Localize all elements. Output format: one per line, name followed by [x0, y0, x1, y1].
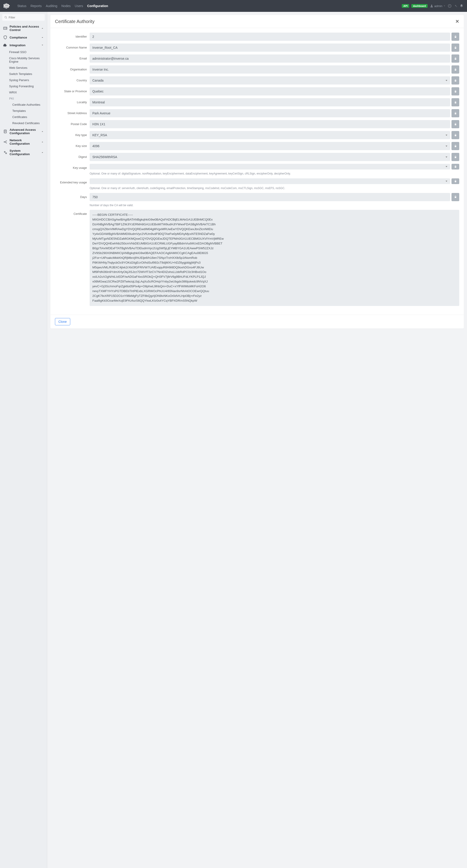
nav-reports[interactable]: Reports [31, 4, 42, 8]
clipboard-icon [3, 129, 7, 133]
svg-point-9 [4, 28, 5, 29]
svg-point-5 [431, 5, 432, 6]
field-ext-key-usage[interactable] [90, 178, 450, 184]
nav-users[interactable]: Users [75, 4, 83, 8]
sidebar-item-pki[interactable]: PKI [9, 95, 47, 102]
field-country[interactable]: Canada [90, 76, 450, 85]
lock-icon[interactable] [451, 153, 459, 161]
svg-rect-2 [6, 3, 7, 9]
label-common-name: Common Name [55, 43, 87, 49]
svg-point-16 [4, 142, 4, 143]
gears-icon [3, 150, 7, 154]
sidebar-label: Network Configuration [9, 138, 41, 145]
app-logo [4, 3, 13, 9]
field-key-usage[interactable] [90, 164, 450, 169]
sidebar-label: System Configuration [9, 149, 41, 156]
field-street: Park Avenue [90, 109, 450, 117]
sidebar-item-switch-templates[interactable]: Switch Templates [9, 71, 47, 77]
field-key-type[interactable]: KEY_RSA [90, 131, 450, 139]
svg-rect-14 [5, 131, 6, 131]
sidebar-group-policies[interactable]: Policies and Access Control [0, 23, 47, 33]
lock-icon[interactable] [451, 131, 459, 139]
label-email: Email [55, 55, 87, 60]
sidebar-item-revoked-certs[interactable]: Revoked Certificates [12, 120, 47, 126]
sidebar-group-system[interactable]: System Configuration [0, 147, 47, 158]
field-state: Quebec [90, 87, 450, 95]
topbar-right: API dashboard admin ? [402, 4, 463, 8]
sidebar-label: Compliance [9, 36, 41, 39]
field-key-size[interactable]: 4096 [90, 142, 450, 150]
search-icon [4, 16, 7, 19]
lock-icon[interactable] [451, 65, 459, 73]
lock-icon[interactable] [451, 55, 459, 63]
lock-icon[interactable] [451, 164, 459, 169]
sidebar-group-advanced[interactable]: Advanced Access Configuration [0, 126, 47, 137]
sidebar-item-cisco-mse[interactable]: Cisco Mobility Services Engine [9, 55, 47, 65]
sidebar-item-cert-authorities[interactable]: Certificate Authorities [12, 102, 47, 108]
label-country: Country [55, 76, 87, 82]
top-nav: Status Reports Auditing Nodes Users Conf… [17, 4, 402, 8]
api-badge[interactable]: API [402, 4, 409, 8]
user-name: admin [434, 4, 442, 8]
field-postal: H3N 1X1 [90, 120, 450, 128]
label-ext-key-usage: Extended key usage [55, 178, 87, 184]
svg-rect-10 [5, 28, 7, 28]
user-icon [430, 4, 434, 8]
lock-icon[interactable] [451, 178, 459, 184]
clone-button[interactable]: Clone [55, 318, 70, 325]
sidebar-item-wrix[interactable]: WRIX [9, 89, 47, 95]
sidebar-group-compliance[interactable]: Compliance [0, 33, 47, 41]
sidebar-item-web-services[interactable]: Web Services [9, 65, 47, 71]
lock-icon[interactable] [451, 193, 459, 201]
sidebar-label: Advanced Access Configuration [9, 128, 41, 135]
label-street: Street Address [55, 109, 87, 115]
sidebar-item-syslog-parsers[interactable]: Syslog Parsers [9, 77, 47, 83]
field-organisation: Inverse Inc. [90, 65, 450, 73]
lock-icon[interactable] [451, 87, 459, 95]
user-menu[interactable]: admin [430, 4, 445, 8]
help-key-usage: Optional. One or many of: digitalSignatu… [90, 172, 459, 176]
lock-icon[interactable] [451, 142, 459, 150]
lock-icon[interactable] [451, 120, 459, 128]
lock-icon[interactable] [451, 33, 459, 41]
sidebar-label: Policies and Access Control [9, 25, 41, 32]
lock-icon[interactable] [451, 76, 459, 85]
sidebar-group-network[interactable]: Network Configuration [0, 137, 47, 147]
field-digest[interactable]: SHA256WithRSA [90, 153, 450, 161]
nav-auditing[interactable]: Auditing [46, 4, 57, 8]
nav-configuration[interactable]: Configuration [87, 4, 108, 8]
sidebar-group-integration[interactable]: Integration [0, 41, 47, 49]
label-organisation: Organisation [55, 65, 87, 71]
chevron-up-icon [41, 130, 44, 133]
svg-point-19 [4, 152, 5, 153]
svg-rect-4 [8, 4, 9, 8]
lock-icon[interactable] [451, 109, 459, 117]
puzzle-icon [3, 43, 7, 47]
lock-icon[interactable] [451, 43, 459, 52]
bell-icon[interactable] [460, 4, 463, 8]
nav-status[interactable]: Status [17, 4, 26, 8]
id-card-icon [3, 26, 7, 30]
field-email: administrator@inverse.ca [90, 55, 450, 63]
svg-rect-11 [5, 28, 7, 29]
svg-rect-15 [5, 132, 5, 132]
close-icon[interactable]: ✕ [456, 19, 459, 24]
dashboard-badge[interactable]: dashboard [411, 4, 427, 8]
sidebar-item-certificates[interactable]: Certificates [12, 114, 47, 120]
field-identifier: 2 [90, 33, 450, 41]
svg-point-18 [6, 143, 7, 143]
chevron-up-icon [41, 141, 44, 143]
sidebar: Policies and Access Control Compliance I… [0, 12, 47, 868]
tools-icon[interactable] [454, 4, 458, 8]
sidebar-item-firewall-sso[interactable]: Firewall SSO [9, 49, 47, 55]
help-icon[interactable]: ? [448, 4, 451, 8]
field-certificate: -----BEGIN CERTIFICATE----- MIIGHDCCBASg… [90, 210, 459, 306]
label-locality: Locality [55, 98, 87, 104]
lock-icon[interactable] [451, 98, 459, 106]
nav-nodes[interactable]: Nodes [61, 4, 70, 8]
sidebar-item-templates[interactable]: Templates [12, 108, 47, 114]
field-locality: Montreal [90, 98, 450, 106]
sidebar-label: Integration [9, 43, 41, 47]
sidebar-item-syslog-forwarding[interactable]: Syslog Forwarding [9, 83, 47, 89]
filter-input[interactable] [2, 14, 45, 21]
